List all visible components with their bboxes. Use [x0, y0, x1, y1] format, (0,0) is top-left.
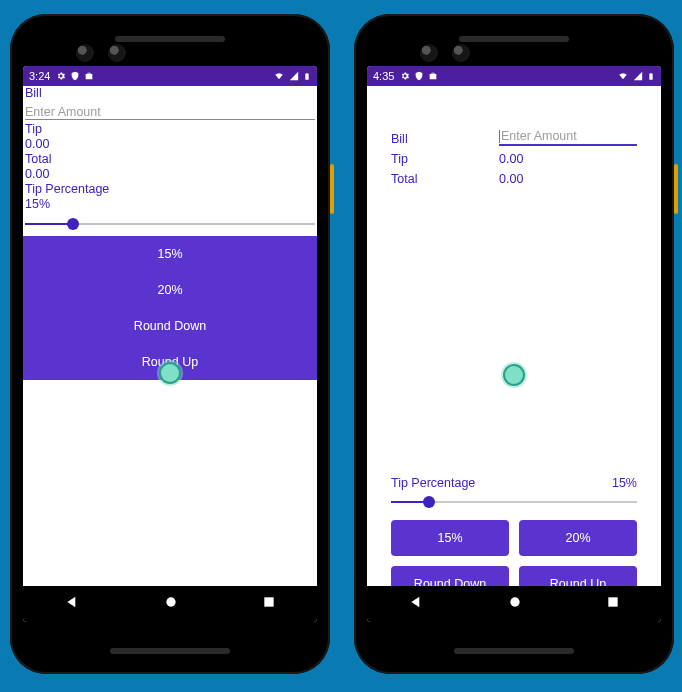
- gear-icon: [400, 71, 410, 81]
- phone-frame-right: 4:35 Bill: [354, 14, 674, 674]
- bill-input-line[interactable]: [25, 101, 315, 120]
- status-bar: 4:35: [367, 66, 661, 86]
- tip-percentage-value: 15%: [612, 476, 637, 490]
- svg-point-2: [510, 597, 519, 606]
- svg-rect-3: [608, 597, 617, 606]
- button-20pct[interactable]: 20%: [519, 520, 637, 556]
- tip-slider[interactable]: [391, 494, 637, 510]
- tip-value: 0.00: [23, 137, 317, 152]
- status-clock: 4:35: [373, 70, 394, 82]
- front-cameras: [420, 44, 470, 62]
- battery-icon: [647, 71, 655, 82]
- tip-label: Tip: [23, 122, 317, 137]
- button-15pct[interactable]: 15%: [23, 236, 317, 272]
- button-stack: 15% 20% Round Down Round Up: [23, 236, 317, 380]
- status-bar: 3:24: [23, 66, 317, 86]
- bill-input[interactable]: [499, 129, 637, 144]
- total-value: 0.00: [23, 167, 317, 182]
- button-round-down[interactable]: Round Down: [391, 566, 509, 586]
- nav-bar: [23, 586, 317, 622]
- bill-label: Bill: [23, 86, 317, 101]
- button-15pct[interactable]: 15%: [391, 520, 509, 556]
- button-round-up[interactable]: Round Up: [519, 566, 637, 586]
- chin-bar: [110, 648, 230, 654]
- back-icon[interactable]: [64, 594, 80, 614]
- button-20pct[interactable]: 20%: [23, 272, 317, 308]
- tip-slider[interactable]: [25, 216, 315, 232]
- status-clock: 3:24: [29, 70, 50, 82]
- tip-percentage-label: Tip Percentage: [23, 182, 317, 197]
- touch-indicator-icon: [161, 364, 179, 382]
- touch-indicator-icon: [505, 366, 523, 384]
- chin-bar: [454, 648, 574, 654]
- bill-input[interactable]: [25, 105, 315, 119]
- home-icon[interactable]: [163, 594, 179, 614]
- front-cameras: [76, 44, 126, 62]
- tip-percentage-value: 15%: [23, 197, 317, 212]
- signal-icon: [633, 71, 643, 81]
- bill-label: Bill: [391, 132, 499, 146]
- earpiece: [459, 36, 569, 42]
- button-grid: 15% 20% Round Down Round Up: [391, 520, 637, 586]
- nav-bar: [367, 586, 661, 622]
- earpiece: [115, 36, 225, 42]
- tip-value: 0.00: [499, 152, 523, 166]
- home-icon[interactable]: [507, 594, 523, 614]
- gear-icon: [56, 71, 66, 81]
- total-value: 0.00: [499, 172, 523, 186]
- battery-icon: [303, 71, 311, 82]
- wifi-icon: [617, 71, 629, 81]
- slider-thumb[interactable]: [67, 218, 79, 230]
- overview-icon[interactable]: [606, 595, 620, 613]
- total-label: Total: [391, 172, 499, 186]
- slider-thumb[interactable]: [423, 496, 435, 508]
- wifi-icon: [273, 71, 285, 81]
- tip-label: Tip: [391, 152, 499, 166]
- bill-input-line[interactable]: [499, 126, 637, 146]
- overview-icon[interactable]: [262, 595, 276, 613]
- svg-rect-1: [264, 597, 273, 606]
- svg-point-0: [166, 597, 175, 606]
- signal-icon: [289, 71, 299, 81]
- text-cursor-icon: [499, 130, 500, 143]
- button-round-down[interactable]: Round Down: [23, 308, 317, 344]
- total-label: Total: [23, 152, 317, 167]
- shield-icon: [414, 71, 424, 81]
- phone-frame-left: 3:24 Bill Tip: [10, 14, 330, 674]
- briefcase-icon: [428, 71, 438, 81]
- briefcase-icon: [84, 71, 94, 81]
- tip-percentage-label: Tip Percentage: [391, 476, 475, 490]
- shield-icon: [70, 71, 80, 81]
- back-icon[interactable]: [408, 594, 424, 614]
